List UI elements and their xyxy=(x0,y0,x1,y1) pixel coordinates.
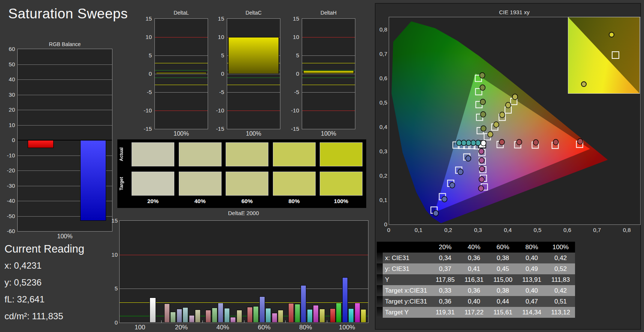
reference-line xyxy=(302,63,355,63)
y-tick-label: 10 xyxy=(213,34,224,40)
y-tick-label: -15 xyxy=(213,126,224,132)
y-tick-label: 20 xyxy=(3,106,15,113)
gridline xyxy=(18,64,112,65)
y-tick-label: -30 xyxy=(3,182,15,188)
cie-x-tick-label: 0 xyxy=(381,227,396,233)
table-row-label: Y xyxy=(383,274,431,285)
table-cell: 117,22 xyxy=(460,307,488,318)
cie-measured-circle-yellow xyxy=(488,132,493,137)
cie-measured-circle-blue xyxy=(466,156,471,161)
reference-line xyxy=(120,289,368,289)
deltah-chart: DeltaH151050-5-10-15100% xyxy=(288,7,361,141)
actual-swatch xyxy=(132,142,174,166)
table-row[interactable]: Target Y119,31117,22115,61114,34113,12 xyxy=(377,307,575,318)
cie-measured-circle-red xyxy=(533,139,538,145)
rgb-balance-plot[interactable] xyxy=(17,49,112,232)
y-tick-label: 15 xyxy=(288,15,299,22)
reference-line xyxy=(120,302,368,303)
deltaL-plot[interactable] xyxy=(154,18,208,129)
cie-measured-circle-cyan xyxy=(475,140,481,146)
table-row[interactable]: Target x:CIE310,330,360,380,400,42 xyxy=(377,285,575,296)
gridline xyxy=(18,125,112,126)
current-reading-cdm2: cd/m²: 111,835 xyxy=(4,311,117,322)
reference-line xyxy=(302,37,355,37)
cie-measured-circle-green xyxy=(480,99,485,105)
target-swatch xyxy=(226,172,268,196)
cie-measured-circle-magenta xyxy=(479,176,484,182)
table-cell: 0,42 xyxy=(546,285,575,296)
swatch-column-label: 40% xyxy=(179,198,222,204)
cie-measured-circle-green xyxy=(481,112,486,117)
deltae-bar xyxy=(183,307,188,323)
table-gutter-cell xyxy=(377,307,383,318)
target-swatch xyxy=(179,172,222,196)
y-tick-label: -10 xyxy=(141,107,152,114)
table-gutter-cell xyxy=(377,242,383,253)
table-cell: 0,47 xyxy=(517,296,546,307)
y-tick-label: -15 xyxy=(141,126,152,132)
reference-line xyxy=(155,55,208,56)
y-tick-label: -60 xyxy=(3,228,15,234)
deltae2000-plot[interactable] xyxy=(119,220,368,323)
cie-panel: CIE 1931 xy 00,10,20,30,40,50,60,70,8 00… xyxy=(375,3,641,330)
reference-line xyxy=(155,111,208,111)
swatch-column-label: 20% xyxy=(132,198,174,204)
table-row-label: x: CIE31 xyxy=(383,253,431,263)
cie-y-tick-label: 0,4 xyxy=(376,124,387,130)
deltae-bar xyxy=(164,304,170,323)
deltac-chart: DeltaC151050-5-10-15100% xyxy=(213,7,286,141)
y-tick-label: 5 xyxy=(213,52,224,58)
table-row[interactable]: Target y:CIE310,360,400,440,470,51 xyxy=(377,296,575,307)
cie-measured-circle-red xyxy=(499,139,505,145)
deltae-bar xyxy=(348,308,354,323)
table-cell: 0,36 xyxy=(431,296,460,307)
table-cell: 0,40 xyxy=(460,296,488,307)
table-row[interactable]: y: CIE310,370,410,450,490,52 xyxy=(377,263,575,274)
y-tick-label: -15 xyxy=(288,126,299,132)
deltae2000-chart: DeltaE 2000 151050 10020%40%60%80%100% xyxy=(108,210,370,332)
table-cell: 0,51 xyxy=(546,296,575,307)
deltae-bar xyxy=(224,308,230,323)
gridline xyxy=(18,95,112,95)
y-tick-label: -10 xyxy=(288,107,299,114)
cie-x-tick-label: 0,1 xyxy=(411,227,426,233)
deltae-bar xyxy=(319,309,325,323)
deltaH-y-axis: 151050-5-10-15 xyxy=(288,18,301,129)
reference-line xyxy=(155,70,208,70)
inset-measured-circle xyxy=(609,32,614,37)
cie-y-tick-label: 0,6 xyxy=(376,75,387,81)
table-row[interactable]: Y117,85116,31115,00113,91111,83 xyxy=(377,274,575,285)
cie-measured-circle-magenta xyxy=(479,166,485,172)
reference-line xyxy=(302,55,355,56)
table-gutter-cell xyxy=(377,285,383,296)
deltaC-bar xyxy=(228,37,279,74)
deltae-bar xyxy=(265,308,271,323)
table-row-label: Target x:CIE31 xyxy=(383,285,431,296)
y-tick-label: -20 xyxy=(3,167,15,173)
deltaC-plot[interactable] xyxy=(227,18,280,129)
y-tick-label: 0 xyxy=(288,70,299,77)
current-reading-heading: Current Reading xyxy=(4,243,117,255)
deltae-bar xyxy=(212,308,217,323)
reference-line xyxy=(302,85,355,85)
cie-zoom-inset[interactable] xyxy=(568,17,640,94)
current-reading-y: y: 0,5236 xyxy=(4,277,117,288)
deltae-bar xyxy=(342,277,348,323)
deltae-bar xyxy=(218,303,223,323)
zero-line xyxy=(18,140,112,141)
cie-measured-circle-red xyxy=(553,139,559,145)
reference-line xyxy=(155,92,208,93)
deltaL-y-axis: 151050-5-10-15 xyxy=(141,18,153,129)
cie-y-tick-label: 0,5 xyxy=(376,99,387,106)
rgb-balance-y-axis: 6050403020100-10-20-30-40-50-60 xyxy=(3,49,16,231)
current-reading: Current Reading x: 0,4231 y: 0,5236 fL: … xyxy=(4,243,117,328)
reference-line xyxy=(227,74,280,74)
deltaL-title: DeltaL xyxy=(154,10,208,16)
table-row[interactable]: x: CIE310,340,360,380,400,42 xyxy=(377,253,575,263)
cie-measured-circle-blue xyxy=(433,211,439,216)
actual-swatch xyxy=(226,142,268,166)
rgb-balance-title: RGB Balance xyxy=(17,41,112,47)
deltae-bar xyxy=(330,308,335,323)
cie-whitepoint-circle xyxy=(481,140,486,146)
deltaH-plot[interactable] xyxy=(302,18,355,129)
